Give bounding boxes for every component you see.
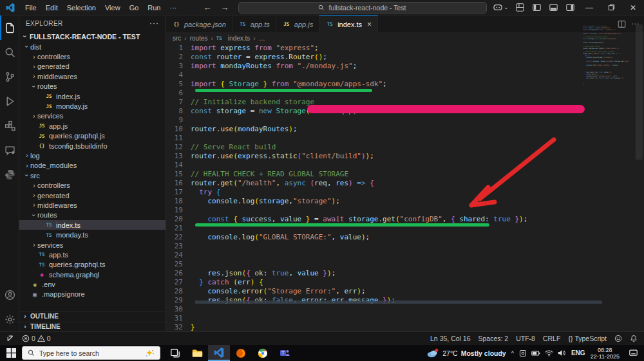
- notification-center-icon[interactable]: [625, 349, 641, 357]
- indentation[interactable]: Spaces: 2: [475, 335, 513, 342]
- firefox-icon[interactable]: [230, 345, 252, 361]
- explorer-more-actions-icon[interactable]: ···: [149, 19, 159, 28]
- line-number: 25: [166, 260, 191, 269]
- bell-icon[interactable]: [626, 335, 644, 342]
- tree-item-services[interactable]: ›services: [19, 240, 166, 250]
- vscode-icon[interactable]: [208, 345, 230, 361]
- vertical-scrollbar[interactable]: [636, 24, 643, 160]
- language-indicator[interactable]: ENG: [571, 349, 585, 356]
- tree-item-queries-graphql-ts[interactable]: TSqueries.graphql.ts: [19, 260, 166, 270]
- tree-item-src[interactable]: ›src: [19, 171, 166, 180]
- breadcrumb[interactable]: src›routes›TSindex.ts›…: [166, 32, 644, 44]
- explorer-icon[interactable]: [0, 15, 19, 40]
- breadcrumb-item[interactable]: …: [259, 35, 265, 42]
- toggle-secondary-sidebar-icon[interactable]: [562, 1, 578, 14]
- tray-app-icon[interactable]: [519, 349, 527, 357]
- problems-indicator[interactable]: 0 0: [18, 332, 55, 345]
- tree-item-index-js[interactable]: JSindex.js: [19, 91, 166, 101]
- tree-item-middlewares[interactable]: ›middlewares: [19, 200, 166, 210]
- tree-item-app-ts[interactable]: TSapp.ts: [19, 250, 166, 259]
- extensions-icon[interactable]: [0, 113, 19, 138]
- tree-item--mappsignore[interactable]: ▣.mappsignore: [19, 290, 166, 299]
- breadcrumb-item[interactable]: routes: [190, 35, 208, 42]
- toggle-sidebar-icon[interactable]: [528, 1, 545, 14]
- encoding[interactable]: UTF-8: [512, 335, 539, 342]
- nav-back-icon[interactable]: ←: [204, 3, 212, 12]
- minimap[interactable]: import express from "express";const rout…: [583, 26, 629, 167]
- nav-forward-icon[interactable]: →: [221, 3, 229, 12]
- tree-item-middlewares[interactable]: ›middlewares: [19, 71, 166, 81]
- minimize-button[interactable]: —: [578, 0, 600, 15]
- menu-item-view[interactable]: View: [100, 1, 125, 14]
- tree-item-generated[interactable]: ›generated: [19, 62, 166, 71]
- tree-item-index-ts[interactable]: TSindex.ts: [19, 220, 166, 230]
- tree-item-schema-graphql[interactable]: ◈schema.graphql: [19, 270, 166, 279]
- menu-item-go[interactable]: Go: [125, 1, 144, 14]
- task-view-icon[interactable]: [164, 345, 186, 361]
- breadcrumb-item[interactable]: index.ts: [228, 35, 250, 42]
- toggle-panel-icon[interactable]: [545, 1, 562, 14]
- tab-app-ts[interactable]: TSapp.ts: [232, 15, 276, 32]
- code-editor[interactable]: 1import express from "express";2const ro…: [166, 44, 644, 331]
- start-button[interactable]: [0, 345, 22, 361]
- clock[interactable]: 08:28 22-11-2025: [591, 347, 620, 360]
- tree-item-queries-graphql-js[interactable]: JSqueries.graphql.js: [19, 131, 166, 141]
- tree-item-monday-js[interactable]: JSmonday.js: [19, 101, 166, 111]
- tree-item-monday-ts[interactable]: TSmonday.ts: [19, 230, 166, 239]
- outline-section[interactable]: ›OUTLINE: [19, 311, 166, 322]
- teams-icon[interactable]: T: [274, 345, 296, 361]
- source-control-icon[interactable]: [0, 64, 19, 89]
- taskbar-search-input[interactable]: Type here to search: [22, 346, 160, 360]
- breadcrumb-separator: ›: [184, 35, 186, 42]
- tray-expand-icon[interactable]: ^: [511, 350, 514, 356]
- tab-app-js[interactable]: JSapp.js: [276, 15, 319, 32]
- tree-item-dist[interactable]: ›dist: [19, 42, 166, 51]
- timeline-section[interactable]: ›TIMELINE: [19, 322, 166, 332]
- tab-index-ts[interactable]: TSindex.ts×: [319, 15, 378, 32]
- python-icon[interactable]: [0, 162, 19, 187]
- weather-widget[interactable]: 27°C Mostly cloudy: [426, 348, 506, 358]
- language-mode[interactable]: {}TypeScript: [564, 335, 611, 342]
- tree-item-node-modules[interactable]: ›node_modules: [19, 161, 166, 171]
- horizontal-scrollbar[interactable]: [195, 301, 602, 304]
- battery-icon[interactable]: [531, 350, 540, 356]
- explorer-root-folder[interactable]: › FULLSTACK-REACT-NODE - TEST: [19, 31, 166, 42]
- tree-item-generated[interactable]: ›generated: [19, 190, 166, 200]
- cursor-position[interactable]: Ln 35, Col 16: [426, 335, 474, 342]
- search-icon[interactable]: [0, 40, 19, 64]
- command-center-search[interactable]: fullstack-react-node - Test: [238, 2, 487, 14]
- accounts-icon[interactable]: [0, 282, 19, 307]
- menu-item-run[interactable]: Run: [143, 1, 165, 14]
- remote-indicator-icon[interactable]: [0, 332, 18, 345]
- run-debug-icon[interactable]: [0, 89, 19, 113]
- tab-close-icon[interactable]: ×: [367, 20, 372, 29]
- chat-icon[interactable]: [0, 138, 19, 162]
- copilot-menu[interactable]: ⌄: [493, 4, 509, 12]
- tree-item-tsconfig-tsbuildinfo[interactable]: {}tsconfig.tsbuildinfo: [19, 141, 166, 151]
- menu-item-edit[interactable]: Edit: [41, 1, 62, 14]
- file-explorer-icon[interactable]: [186, 345, 208, 361]
- tree-item-controllers[interactable]: ›controllers: [19, 180, 166, 190]
- tab-package-json[interactable]: {}package.json: [166, 15, 232, 32]
- close-button[interactable]: ✕: [622, 0, 644, 15]
- menu-item-selection[interactable]: Selection: [62, 1, 100, 14]
- menu-item-[interactable]: ···: [166, 1, 182, 14]
- feedback-icon[interactable]: [611, 335, 626, 342]
- tree-item-log[interactable]: ›log: [19, 151, 166, 160]
- chrome-icon[interactable]: [252, 345, 274, 361]
- tree-item-services[interactable]: ›services: [19, 111, 166, 121]
- tree-item-app-js[interactable]: JSapp.js: [19, 121, 166, 131]
- breadcrumb-item[interactable]: src: [173, 35, 181, 42]
- tree-item-controllers[interactable]: ›controllers: [19, 51, 166, 61]
- customize-layout-icon[interactable]: [511, 1, 528, 14]
- tree-item-routes[interactable]: ›routes: [19, 210, 166, 220]
- menu-item-file[interactable]: File: [21, 1, 41, 14]
- eol-sequence[interactable]: CRLF: [539, 335, 564, 342]
- tree-item-routes[interactable]: ›routes: [19, 82, 166, 91]
- wifi-icon[interactable]: [545, 349, 553, 356]
- volume-icon[interactable]: [558, 349, 566, 356]
- settings-gear-icon[interactable]: [0, 307, 19, 331]
- line-number: 21: [166, 224, 191, 233]
- restore-button[interactable]: [600, 0, 622, 15]
- tree-item--env[interactable]: ✱.env: [19, 279, 166, 289]
